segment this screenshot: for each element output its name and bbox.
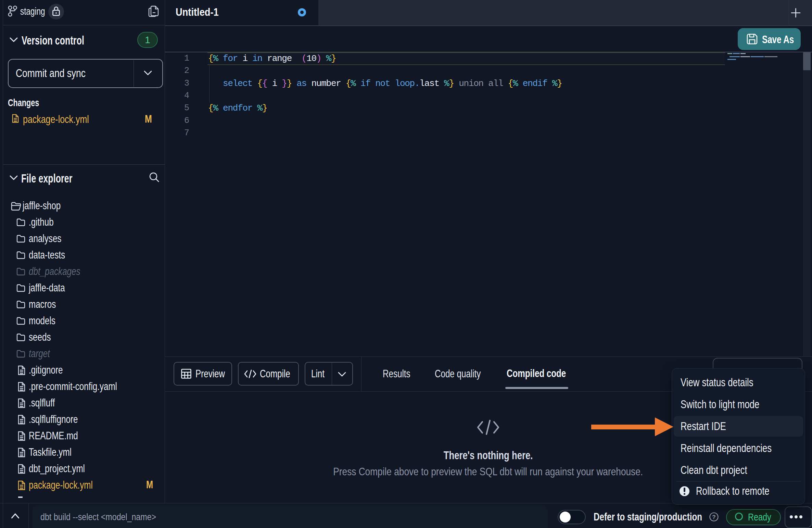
svg-text:?: ? [712,514,715,520]
